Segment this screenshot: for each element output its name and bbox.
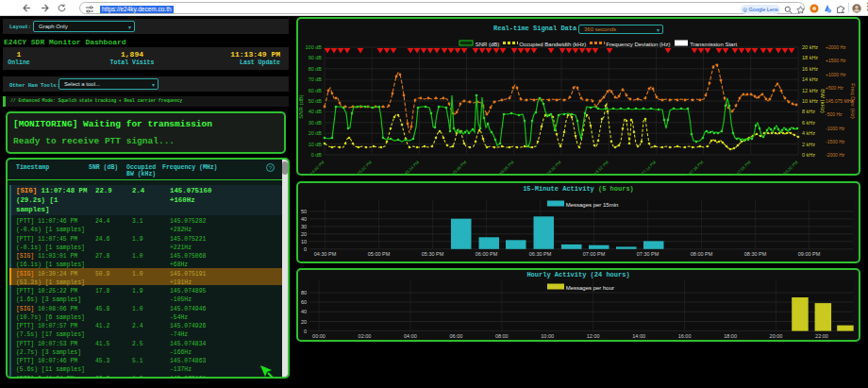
svg-text:-500 Hz: -500 Hz [826, 111, 843, 117]
svg-text:20:00: 20:00 [770, 333, 783, 339]
svg-text:2 kHz: 2 kHz [802, 142, 815, 147]
svg-text:40 dB: 40 dB [309, 109, 323, 114]
svg-text:0: 0 [304, 329, 307, 334]
svg-text:18:00: 18:00 [724, 333, 737, 339]
svg-text:10:58:20 PM: 10:58:20 PM [778, 160, 799, 176]
svg-text:100 dB: 100 dB [306, 44, 323, 50]
svg-text:9:35:24 PM: 9:35:24 PM [401, 160, 420, 176]
svg-text:SNR (dB): SNR (dB) [298, 94, 304, 119]
svg-text:16 kHz: 16 kHz [802, 66, 818, 72]
svg-text:10:00: 10:00 [541, 333, 554, 339]
svg-text:10:06:30 PM: 10:06:30 PM [542, 160, 562, 176]
svg-text:08:00: 08:00 [495, 333, 509, 339]
svg-text:04:00: 04:00 [404, 333, 417, 339]
svg-text:05:00 PM: 05:00 PM [368, 251, 391, 257]
svg-text:30: 30 [301, 224, 307, 229]
svg-text:14 kHz: 14 kHz [802, 76, 818, 82]
svg-text:Freq Dev (Hz): Freq Dev (Hz) [850, 83, 856, 119]
svg-text:10: 10 [301, 239, 307, 245]
svg-text:+2000 Hz: +2000 Hz [826, 44, 846, 50]
svg-text:02:00: 02:00 [359, 333, 372, 339]
svg-text:12 kHz: 12 kHz [802, 88, 818, 93]
svg-text:12:00: 12:00 [587, 333, 600, 339]
svg-text:-2000 Hz: -2000 Hz [826, 152, 845, 158]
svg-text:0 dB: 0 dB [311, 152, 323, 158]
svg-text:-1500 Hz: -1500 Hz [826, 139, 845, 144]
svg-text:9:56:08 PM: 9:56:08 PM [496, 160, 515, 176]
svg-text:20 kHz: 20 kHz [802, 44, 818, 50]
svg-text:18 kHz: 18 kHz [802, 55, 818, 60]
svg-text:30 dB: 30 dB [309, 120, 323, 126]
svg-text:4 kHz: 4 kHz [802, 130, 815, 136]
svg-text:50 dB: 50 dB [309, 98, 323, 104]
svg-text:6 kHz: 6 kHz [802, 120, 815, 126]
svg-text:20: 20 [301, 231, 307, 237]
svg-text:0: 0 [304, 246, 307, 252]
svg-text:20: 20 [301, 319, 307, 325]
svg-text:09:00 PM: 09:00 PM [798, 251, 821, 257]
svg-text:9:45:46 PM: 9:45:46 PM [448, 160, 467, 176]
svg-text:9:25:02 PM: 9:25:02 PM [354, 160, 373, 176]
svg-text:08:00 PM: 08:00 PM [691, 251, 713, 257]
svg-text:00:00: 00:00 [312, 333, 326, 339]
svg-text:+500 Hz: +500 Hz [826, 85, 843, 91]
svg-text:14:00: 14:00 [632, 333, 645, 339]
svg-text:60: 60 [301, 299, 307, 305]
svg-text:10:37:36 PM: 10:37:36 PM [684, 160, 705, 176]
svg-text:16:00: 16:00 [678, 333, 692, 339]
svg-text:40: 40 [301, 216, 307, 222]
svg-text:06:00: 06:00 [450, 333, 463, 339]
svg-text:07:30 PM: 07:30 PM [637, 251, 659, 257]
svg-text:06:00 PM: 06:00 PM [476, 251, 498, 257]
svg-text:50: 50 [301, 209, 307, 214]
svg-text:08:30 PM: 08:30 PM [744, 251, 767, 257]
svg-text:80: 80 [301, 290, 307, 295]
svg-text:70 dB: 70 dB [309, 76, 323, 82]
svg-text:0 kHz: 0 kHz [802, 152, 815, 158]
svg-text:05:30 PM: 05:30 PM [422, 251, 444, 257]
svg-text:+1000 Hz: +1000 Hz [826, 72, 846, 77]
svg-text:60 dB: 60 dB [309, 88, 323, 93]
svg-text:10 dB: 10 dB [309, 142, 323, 147]
svg-text:145.075 MHz: 145.075 MHz [826, 98, 854, 104]
svg-text:04:30 PM: 04:30 PM [314, 251, 337, 257]
svg-text:90 dB: 90 dB [309, 55, 323, 60]
svg-text:06:30 PM: 06:30 PM [529, 251, 552, 257]
svg-text:+1500 Hz: +1500 Hz [826, 58, 846, 63]
svg-text:-1000 Hz: -1000 Hz [826, 126, 845, 131]
svg-text:BW (kHz): BW (kHz) [820, 89, 826, 113]
svg-text:10:27:14 PM: 10:27:14 PM [637, 160, 658, 176]
svg-text:40: 40 [301, 309, 307, 314]
svg-text:07:00 PM: 07:00 PM [583, 251, 606, 257]
svg-text:20 dB: 20 dB [309, 130, 323, 136]
svg-text:10 kHz: 10 kHz [802, 98, 818, 104]
svg-text:9:14:40 PM: 9:14:40 PM [307, 160, 326, 176]
svg-text:10:47:58 PM: 10:47:58 PM [731, 160, 752, 176]
svg-text:8 kHz: 8 kHz [802, 109, 815, 114]
svg-text:22:00: 22:00 [815, 333, 828, 339]
svg-text:80 dB: 80 dB [309, 66, 323, 72]
svg-text:10:16:52 PM: 10:16:52 PM [589, 160, 609, 176]
